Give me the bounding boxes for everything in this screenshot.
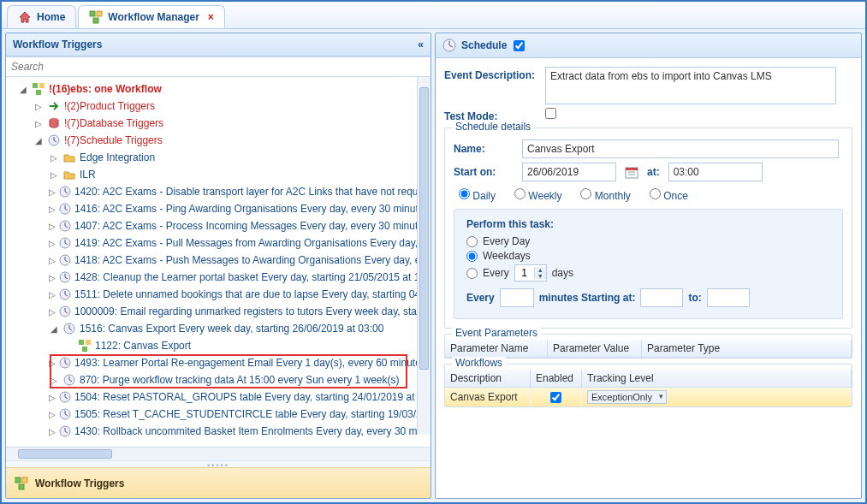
clock-icon	[59, 424, 71, 438]
tree-item[interactable]: ▷1420: A2C Exams - Disable transport lay…	[8, 183, 429, 200]
task-weekdays[interactable]: Weekdays	[466, 250, 830, 262]
bottom-bar[interactable]: Workflow Triggers	[6, 467, 431, 498]
clock-icon	[62, 322, 76, 335]
search-input[interactable]	[6, 56, 431, 77]
workflow-enabled-checkbox[interactable]	[550, 392, 561, 403]
clock-icon	[59, 356, 71, 370]
perform-task-group: Perform this task: Every Day Weekdays Ev…	[454, 209, 843, 319]
right-pane: Schedule Event Description: Test Mode: S…	[435, 33, 862, 499]
tree-item[interactable]: ▷1416: A2C Exams - Ping Awarding Organis…	[8, 200, 429, 217]
clock-icon	[59, 219, 71, 233]
clock-icon	[62, 373, 76, 387]
event-parameters-legend: Event Parameters	[452, 327, 541, 339]
freq-daily[interactable]: Daily	[459, 188, 496, 202]
left-pane: Workflow Triggers « ◢!(16)ebs: one Workf…	[5, 33, 431, 499]
tree-item[interactable]: ▷1407: A2C Exams - Process Incoming Mess…	[8, 217, 429, 234]
event-parameters-group: Event Parameters Parameter Name Paramete…	[444, 334, 852, 359]
at-label: at:	[647, 166, 660, 178]
tree-item[interactable]: ▷1511: Delete unnamed bookings that are …	[8, 286, 429, 303]
tree-item-canvas-export[interactable]: 1122: Canvas Export	[8, 337, 429, 354]
task-every-n[interactable]: Every ▲▼ days	[466, 264, 830, 282]
tab-wfm-label: Workflow Manager	[108, 11, 199, 23]
svg-marker-0	[20, 12, 30, 22]
every-n-spinner[interactable]: ▲▼	[514, 264, 547, 282]
perform-task-legend: Perform this task:	[466, 218, 830, 230]
freq-weekly[interactable]: Weekly	[514, 188, 561, 202]
workflow-icon	[32, 82, 45, 96]
horizontal-scrollbar[interactable]	[6, 447, 431, 460]
workflows-grid-row[interactable]: Canvas Export ExceptionOnly	[445, 388, 852, 406]
tree-item[interactable]: ▷870: Purge workflow tracking data At 15…	[8, 371, 429, 388]
arrow-right-icon	[47, 99, 61, 113]
tree-product-triggers[interactable]: ▷!(2)Product Triggers	[8, 98, 429, 115]
schedule-enabled-checkbox[interactable]	[514, 40, 525, 51]
tree-item-canvas-export-schedule[interactable]: ◢1516: Canvas Export Every week day, sta…	[8, 320, 429, 337]
task-every-minutes-row: Every minutes Starting at: to:	[466, 288, 830, 307]
tree-item[interactable]: ▷1493: Learner Portal Re-engagement Emai…	[8, 354, 429, 371]
every-minutes-input[interactable]	[500, 288, 534, 307]
svg-rect-19	[86, 340, 91, 345]
trigger-tree[interactable]: ◢!(16)ebs: one Workflow ▷!(2)Product Tri…	[6, 77, 431, 443]
svg-rect-2	[97, 11, 102, 16]
starting-at-input[interactable]	[640, 288, 683, 307]
svg-rect-5	[39, 83, 45, 88]
clock-icon	[47, 133, 61, 147]
left-pane-header: Workflow Triggers «	[6, 33, 431, 56]
tree-schedule-triggers[interactable]: ◢!(7)Schedule Triggers	[8, 132, 429, 149]
event-desc-input[interactable]	[545, 67, 836, 104]
tree-root[interactable]: ◢!(16)ebs: one Workflow	[8, 80, 429, 98]
clock-icon	[59, 202, 71, 216]
tracking-level-select[interactable]: ExceptionOnly	[587, 390, 667, 404]
to-input[interactable]	[707, 288, 750, 307]
tree-item[interactable]: ▷1419: A2C Exams - Pull Messages from Aw…	[8, 234, 429, 252]
tab-home[interactable]: Home	[7, 5, 76, 28]
tree-item[interactable]: ▷1505: Reset T_CACHE_STUDENTCIRCLE table…	[8, 406, 429, 423]
workflows-grid-header: Description Enabled Tracking Level	[445, 370, 852, 388]
right-pane-header: Schedule	[436, 33, 861, 58]
start-on-input[interactable]	[522, 163, 616, 181]
tab-workflow-manager[interactable]: Workflow Manager ×	[78, 5, 224, 28]
close-icon[interactable]: ×	[208, 11, 214, 23]
svg-rect-1	[90, 11, 95, 16]
tree-database-triggers[interactable]: ▷!(7)Database Triggers	[8, 115, 429, 132]
test-mode-checkbox[interactable]	[545, 108, 556, 119]
svg-rect-18	[79, 340, 84, 345]
clock-icon	[59, 407, 71, 421]
clock-icon	[59, 236, 71, 250]
database-icon	[47, 116, 61, 130]
svg-rect-31	[626, 168, 638, 170]
clock-icon	[59, 390, 71, 404]
tree-item[interactable]: ▷1000009: Email regarding unmarked regis…	[8, 303, 429, 320]
clock-icon	[59, 270, 71, 284]
freq-once[interactable]: Once	[650, 188, 688, 202]
clock-icon	[59, 305, 71, 318]
task-every-day[interactable]: Every Day	[466, 235, 830, 247]
collapse-left-icon[interactable]: «	[418, 39, 424, 50]
event-desc-label: Event Description:	[444, 67, 538, 81]
tree-item[interactable]: ▷ILR	[8, 166, 429, 183]
svg-rect-28	[19, 484, 24, 489]
schedule-details-group: Schedule details Name: Start on: at: Dai…	[444, 127, 852, 329]
name-input[interactable]	[522, 139, 839, 158]
tree-item[interactable]: ▷Edge Integration	[8, 149, 429, 166]
workflow-icon	[15, 477, 28, 490]
svg-rect-3	[93, 18, 98, 23]
tab-bar: Home Workflow Manager ×	[2, 2, 865, 29]
tree-item[interactable]: ▷1418: A2C Exams - Push Messages to Awar…	[8, 252, 429, 269]
svg-rect-27	[22, 477, 27, 483]
splitter-grip[interactable]: •••••	[6, 460, 431, 467]
workflow-icon	[89, 10, 103, 24]
at-input[interactable]	[668, 163, 763, 181]
tree-item[interactable]: ▷1428: Cleanup the Learner portal basket…	[8, 269, 429, 286]
tree-item[interactable]: ▷1430: Rollback uncommited Basket Item E…	[8, 423, 429, 440]
workflows-legend: Workflows	[452, 357, 506, 369]
vertical-scrollbar[interactable]	[417, 77, 431, 435]
tree-item[interactable]: ▷1504: Reset PASTORAL_GROUPS table Every…	[8, 388, 429, 406]
workflow-icon	[78, 339, 92, 353]
home-icon	[18, 10, 32, 24]
left-pane-title: Workflow Triggers	[13, 39, 102, 50]
calendar-icon[interactable]	[625, 165, 638, 179]
freq-monthly[interactable]: Monthly	[580, 188, 630, 202]
bottom-bar-label: Workflow Triggers	[35, 477, 124, 489]
right-pane-title: Schedule	[461, 39, 507, 51]
